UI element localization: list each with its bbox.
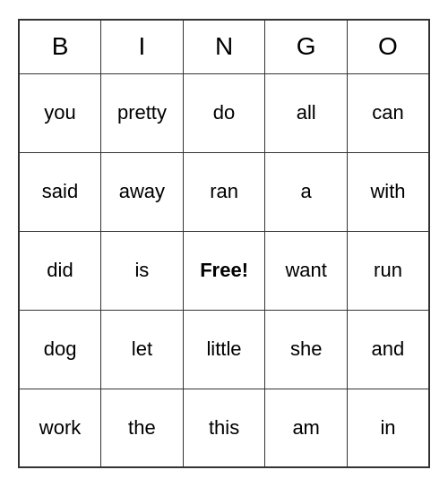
cell-r2-c2: Free! — [183, 231, 265, 310]
cell-r3-c0: dog — [19, 310, 101, 389]
table-row: saidawayranawith — [19, 152, 429, 231]
cell-r1-c2: ran — [183, 152, 265, 231]
cell-r4-c0: work — [19, 389, 101, 467]
cell-r2-c3: want — [265, 231, 348, 310]
cell-r1-c0: said — [19, 152, 101, 231]
table-row: youprettydoallcan — [19, 73, 429, 152]
cell-r4-c2: this — [183, 389, 265, 467]
header-i: I — [101, 20, 184, 73]
cell-r0-c2: do — [183, 73, 265, 152]
cell-r0-c0: you — [19, 73, 101, 152]
cell-r4-c4: in — [347, 389, 429, 467]
cell-r0-c3: all — [265, 73, 348, 152]
cell-r0-c1: pretty — [101, 73, 184, 152]
table-row: workthethisamin — [19, 389, 429, 467]
cell-r1-c3: a — [265, 152, 348, 231]
cell-r4-c1: the — [101, 389, 184, 467]
cell-r3-c1: let — [101, 310, 184, 389]
header-n: N — [183, 20, 265, 73]
cell-r4-c3: am — [265, 389, 348, 467]
cell-r3-c2: little — [183, 310, 265, 389]
cell-r2-c0: did — [19, 231, 101, 310]
table-row: didisFree!wantrun — [19, 231, 429, 310]
cell-r1-c1: away — [101, 152, 184, 231]
table-row: dogletlittlesheand — [19, 310, 429, 389]
header-b: B — [19, 20, 101, 73]
cell-r0-c4: can — [347, 73, 429, 152]
cell-r3-c4: and — [347, 310, 429, 389]
header-o: O — [347, 20, 429, 73]
cell-r2-c1: is — [101, 231, 184, 310]
cell-r1-c4: with — [347, 152, 429, 231]
cell-r3-c3: she — [265, 310, 348, 389]
cell-r2-c4: run — [347, 231, 429, 310]
bingo-card: B I N G O youprettydoallcansaidawayranaw… — [18, 19, 430, 468]
header-g: G — [265, 20, 348, 73]
